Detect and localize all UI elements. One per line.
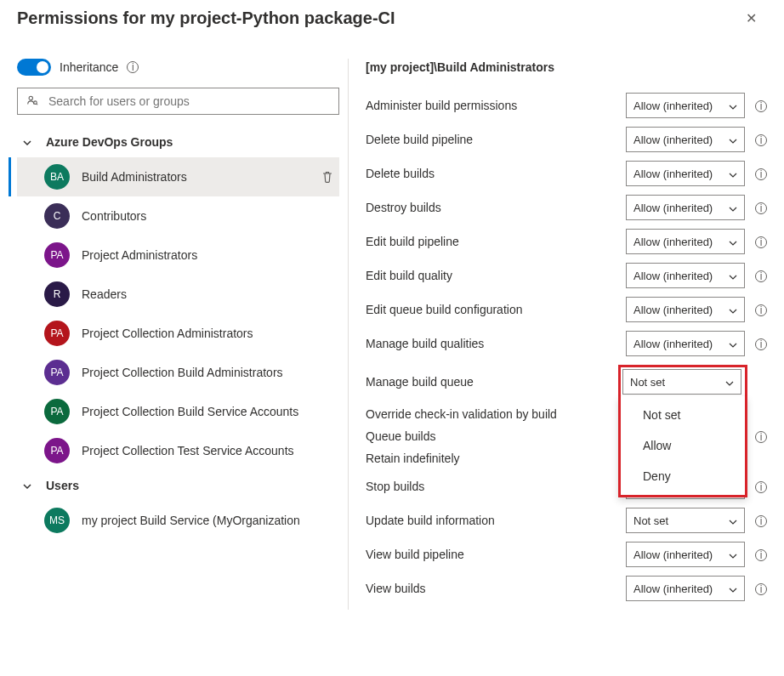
avatar: C xyxy=(44,203,70,229)
permission-value: Allow (inherited) xyxy=(633,168,713,180)
group-row[interactable]: R Readers xyxy=(17,275,339,314)
group-row[interactable]: BA Build Administrators xyxy=(17,157,339,196)
dropdown-option[interactable]: Not set xyxy=(621,400,745,430)
permission-select[interactable]: Allow (inherited) xyxy=(626,161,745,186)
permission-label: Edit build pipeline xyxy=(366,235,626,248)
dropdown-menu: Not setAllowDeny xyxy=(618,396,747,497)
permission-select[interactable]: Not set xyxy=(626,508,745,533)
user-row[interactable]: MS my project Build Service (MyOrganizat… xyxy=(17,501,339,540)
permission-label: Manage build queue xyxy=(366,375,618,389)
permission-select[interactable]: Allow (inherited) xyxy=(626,297,745,322)
users-section-header[interactable]: Users xyxy=(17,470,339,501)
permissions-dialog: Permissions for my project-Python packag… xyxy=(0,0,784,627)
permission-select[interactable]: Allow (inherited) xyxy=(626,93,745,118)
permission-value: Allow (inherited) xyxy=(633,338,713,350)
info-icon[interactable]: i xyxy=(127,61,139,73)
permission-value: Allow (inherited) xyxy=(633,582,713,595)
chevron-down-icon xyxy=(22,137,32,147)
avatar: PA xyxy=(44,242,70,268)
group-label: Readers xyxy=(82,287,334,301)
avatar: PA xyxy=(44,321,70,346)
groups-section-label: Azure DevOps Groups xyxy=(46,135,173,149)
permission-row: Edit build quality Allow (inherited) i xyxy=(366,263,767,288)
permission-label: Retain indefinitely xyxy=(366,452,616,465)
permission-select[interactable]: Allow (inherited) xyxy=(626,195,745,220)
group-row[interactable]: PA Project Collection Build Administrato… xyxy=(17,353,339,392)
chevron-down-icon xyxy=(725,378,734,386)
groups-list: BA Build Administrators C Contributors P… xyxy=(17,157,339,470)
search-box[interactable] xyxy=(17,88,339,115)
permission-label: Override check-in validation by build xyxy=(366,407,616,421)
chevron-down-icon xyxy=(729,237,737,246)
permission-row: Delete builds Allow (inherited) i xyxy=(366,161,767,186)
permission-value: Allow (inherited) xyxy=(633,270,713,282)
permission-row: Update build information Not set i xyxy=(366,508,767,533)
permission-row: View builds Allow (inherited) i xyxy=(366,576,767,601)
chevron-down-icon xyxy=(729,169,737,178)
chevron-down-icon xyxy=(729,339,737,348)
info-icon[interactable]: i xyxy=(755,201,767,214)
info-icon[interactable]: i xyxy=(755,269,767,282)
info-icon[interactable]: i xyxy=(755,514,767,527)
permission-row: Edit build pipeline Allow (inherited) i xyxy=(366,229,767,254)
permission-select[interactable]: Allow (inherited) xyxy=(626,542,745,567)
info-icon[interactable]: i xyxy=(755,480,767,493)
avatar: MS xyxy=(44,508,70,533)
permission-label: Administer build permissions xyxy=(366,99,626,112)
permission-label: Manage build qualities xyxy=(366,337,626,350)
info-icon[interactable]: i xyxy=(755,548,767,561)
permission-label: View builds xyxy=(366,582,626,595)
group-label: Project Collection Administrators xyxy=(82,327,334,340)
dialog-body: Inheritance i Azure DevOps Groups BA Bui xyxy=(17,59,767,610)
dropdown-option[interactable]: Allow xyxy=(621,430,745,461)
user-label: my project Build Service (MyOrganization xyxy=(82,514,334,527)
avatar: PA xyxy=(44,360,70,385)
info-icon[interactable]: i xyxy=(755,429,767,443)
permission-row: Manage build queue Not set Not setAllowD… xyxy=(366,365,767,399)
dialog-title: Permissions for my project-Python packag… xyxy=(17,9,395,28)
permission-dropdown-open[interactable]: Not set Not setAllowDeny xyxy=(618,365,747,399)
groups-section-header[interactable]: Azure DevOps Groups xyxy=(17,127,339,157)
permission-label: Destroy builds xyxy=(366,201,626,214)
permission-select[interactable]: Allow (inherited) xyxy=(626,229,745,254)
info-icon[interactable]: i xyxy=(755,582,767,595)
dropdown-option[interactable]: Deny xyxy=(621,461,745,491)
users-section-label: Users xyxy=(46,479,79,492)
permission-label: Queue builds xyxy=(366,429,616,443)
group-row[interactable]: PA Project Collection Administrators xyxy=(17,314,339,353)
group-row[interactable]: PA Project Administrators xyxy=(17,236,339,275)
permission-value: Not set xyxy=(633,514,668,527)
search-input[interactable] xyxy=(47,94,330,109)
info-icon[interactable]: i xyxy=(755,167,767,180)
info-icon[interactable]: i xyxy=(755,99,767,112)
permission-row: Manage build qualities Allow (inherited)… xyxy=(366,331,767,356)
info-icon[interactable]: i xyxy=(755,303,767,316)
info-icon[interactable]: i xyxy=(755,235,767,248)
permission-select[interactable]: Allow (inherited) xyxy=(626,576,745,601)
inheritance-toggle[interactable] xyxy=(17,59,51,76)
group-label: Project Administrators xyxy=(82,248,334,262)
chevron-down-icon xyxy=(729,550,737,559)
permission-label: View build pipeline xyxy=(366,548,626,561)
permission-value: Allow (inherited) xyxy=(633,304,713,316)
permission-value: Allow (inherited) xyxy=(633,133,713,146)
permission-label: Delete builds xyxy=(366,167,626,180)
group-row[interactable]: C Contributors xyxy=(17,196,339,236)
close-icon[interactable]: ✕ xyxy=(736,7,767,30)
permission-select[interactable]: Allow (inherited) xyxy=(626,331,745,356)
chevron-down-icon xyxy=(729,305,737,314)
permission-select[interactable]: Not set xyxy=(622,369,741,395)
svg-point-0 xyxy=(29,96,32,99)
info-icon[interactable]: i xyxy=(755,337,767,350)
permission-select[interactable]: Allow (inherited) xyxy=(626,263,745,288)
group-row[interactable]: PA Project Collection Build Service Acco… xyxy=(17,392,339,431)
trash-icon[interactable] xyxy=(321,170,334,184)
group-row[interactable]: PA Project Collection Test Service Accou… xyxy=(17,431,339,470)
permission-select[interactable]: Allow (inherited) xyxy=(626,127,745,152)
info-icon[interactable]: i xyxy=(755,133,767,146)
permission-value: Allow (inherited) xyxy=(633,99,713,112)
chevron-down-icon xyxy=(22,480,32,491)
group-label: Project Collection Test Service Accounts xyxy=(82,444,334,457)
permission-row: Edit queue build configuration Allow (in… xyxy=(366,297,767,322)
permission-value: Not set xyxy=(630,376,665,389)
